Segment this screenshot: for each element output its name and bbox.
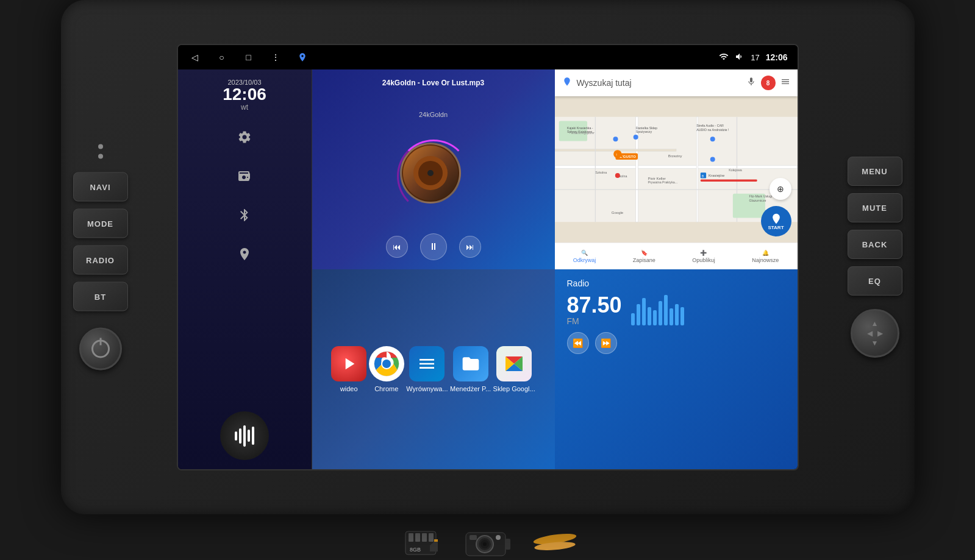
- radio-next-button[interactable]: ⏩: [595, 332, 617, 354]
- map-record-button[interactable]: 8: [761, 76, 776, 90]
- svg-text:AUDIO na Androidzie !: AUDIO na Androidzie !: [696, 128, 729, 132]
- map-tab-opublikuj[interactable]: ➕ Opublikuj: [692, 250, 715, 263]
- map-tab-odkrywaj[interactable]: 🔍 Odkrywaj: [573, 250, 596, 263]
- radio-sidebar-icon[interactable]: [231, 163, 258, 190]
- camera-accessory: [463, 523, 512, 560]
- r-bar-8: [670, 308, 673, 325]
- map-widget: Wyszukaj tutaj 8: [555, 69, 798, 269]
- r-bar-6: [659, 301, 662, 325]
- r-bar-3: [642, 298, 646, 325]
- svg-rect-58: [470, 535, 477, 540]
- app-wideo[interactable]: wideo: [331, 346, 366, 392]
- navi-button[interactable]: NAVI: [73, 172, 128, 202]
- radio-frequency: 87.50 FM: [567, 294, 622, 326]
- svg-rect-53: [505, 539, 510, 550]
- map-start-button[interactable]: START: [761, 206, 791, 236]
- svg-point-40: [613, 150, 621, 158]
- menu-nav-button[interactable]: ⋮: [268, 50, 283, 65]
- tools-accessory: [530, 523, 579, 560]
- odkrywaj-icon: 🔍: [581, 250, 588, 256]
- bar-3: [243, 425, 246, 447]
- left-sidebar: 2023/10/03 12:06 wt: [178, 69, 312, 469]
- sidebar-time: 12:06: [223, 86, 266, 103]
- home-nav-button[interactable]: ○: [215, 50, 229, 65]
- radio-band: FM: [567, 316, 622, 326]
- time-display: 12:06: [766, 52, 788, 62]
- right-controls: MENU MUTE BACK EQ ▲ ◀▶ ▼: [848, 157, 902, 358]
- menedzer-label: Menedżer P...: [450, 385, 491, 392]
- map-settings-icon[interactable]: [780, 77, 790, 89]
- svg-rect-49: [422, 533, 427, 542]
- back-nav-button[interactable]: ◁: [188, 50, 202, 65]
- bar-1: [235, 431, 237, 441]
- nav-knob[interactable]: ▲ ◀▶ ▼: [851, 309, 899, 358]
- bluetooth-icon[interactable]: [231, 202, 258, 229]
- wifi-icon: [719, 52, 729, 63]
- mode-button[interactable]: MODE: [73, 209, 128, 238]
- svg-text:Spożywczy: Spożywczy: [635, 130, 652, 133]
- app-chrome[interactable]: Chrome: [369, 346, 404, 392]
- svg-rect-4: [555, 165, 798, 168]
- r-bar-5: [653, 310, 657, 325]
- chrome-icon: [369, 346, 404, 381]
- svg-text:Fliz-Mark Usługi: Fliz-Mark Usługi: [749, 194, 772, 198]
- start-label: START: [768, 225, 784, 230]
- main-screen: ◁ ○ □ ⋮ 17 12:06: [177, 44, 799, 470]
- mute-button[interactable]: MUTE: [848, 193, 902, 222]
- dot-2: [98, 154, 103, 159]
- eq-button[interactable]: EQ: [848, 266, 902, 296]
- prev-button[interactable]: ⏮: [386, 236, 408, 258]
- map-tab-najnowsze[interactable]: 🔔 Najnowsze: [752, 250, 779, 263]
- zapisane-icon: 🔖: [641, 250, 648, 256]
- bt-button[interactable]: BT: [73, 282, 128, 311]
- menedzer-icon: [453, 346, 488, 381]
- svg-rect-50: [429, 533, 434, 542]
- wyrownywanie-label: Wyrównywa...: [406, 385, 448, 392]
- r-bar-1: [631, 313, 635, 325]
- najnowsze-label: Najnowsze: [752, 257, 779, 263]
- left-dots: [98, 144, 103, 159]
- app-sklep[interactable]: Sklep Googl...: [493, 346, 535, 392]
- odkrywaj-label: Odkrywaj: [573, 257, 596, 263]
- status-bar-left: ◁ ○ □ ⋮: [188, 50, 310, 65]
- map-search-placeholder[interactable]: Wyszukaj tutaj: [577, 78, 741, 88]
- radio-title: Radio: [567, 278, 785, 288]
- r-bar-10: [680, 307, 684, 325]
- app-menedzer[interactable]: Menedżer P...: [450, 346, 491, 392]
- map-tab-zapisane[interactable]: 🔖 Zapisane: [633, 250, 655, 263]
- svg-text:Glazurnicze: Glazurnicze: [749, 199, 766, 202]
- svg-text:Danielka Sklep: Danielka Sklep: [635, 126, 657, 130]
- maps-nav-icon[interactable]: [295, 50, 310, 65]
- nav-knob-arrows: ▲ ◀▶ ▼: [867, 319, 883, 347]
- map-search-bar: Wyszukaj tutaj 8: [555, 69, 798, 96]
- r-bar-9: [675, 304, 679, 325]
- svg-text:Piotr Keller: Piotr Keller: [648, 177, 665, 180]
- map-pin-icon: [562, 77, 572, 89]
- map-compass-button[interactable]: ⊕: [770, 178, 791, 200]
- radio-freq-number: 87.50: [567, 294, 622, 316]
- radio-prev-button[interactable]: ⏪: [567, 332, 589, 354]
- next-button[interactable]: ⏭: [459, 236, 481, 258]
- app-wyrownywanie[interactable]: Wyrównywa...: [406, 346, 448, 392]
- svg-text:Ostatnio oglądane: Ostatnio oglądane: [571, 132, 594, 135]
- settings-icon[interactable]: [231, 124, 258, 151]
- map-mic-button[interactable]: [746, 77, 756, 89]
- radio-widget: Radio 87.50 FM: [555, 269, 798, 469]
- svg-text:8GB: 8GB: [410, 547, 421, 553]
- power-knob[interactable]: [79, 328, 122, 370]
- svg-rect-47: [409, 533, 413, 542]
- date-time-display: 2023/10/03 12:06 wt: [223, 79, 266, 112]
- back-button[interactable]: BACK: [848, 230, 902, 259]
- wideo-icon: [331, 346, 366, 381]
- svg-point-36: [633, 135, 638, 140]
- recent-nav-button[interactable]: □: [241, 50, 256, 65]
- radio-main: 87.50 FM: [567, 294, 785, 326]
- wideo-label: wideo: [340, 385, 358, 392]
- location-icon[interactable]: [231, 241, 258, 268]
- radio-button[interactable]: RADIO: [73, 246, 128, 275]
- r-bar-7: [664, 295, 668, 325]
- svg-rect-6: [696, 117, 698, 222]
- pause-button[interactable]: ⏸: [420, 233, 447, 260]
- svg-text:Kajaki Krasieńka -: Kajaki Krasieńka -: [566, 126, 593, 130]
- menu-button[interactable]: MENU: [848, 157, 902, 186]
